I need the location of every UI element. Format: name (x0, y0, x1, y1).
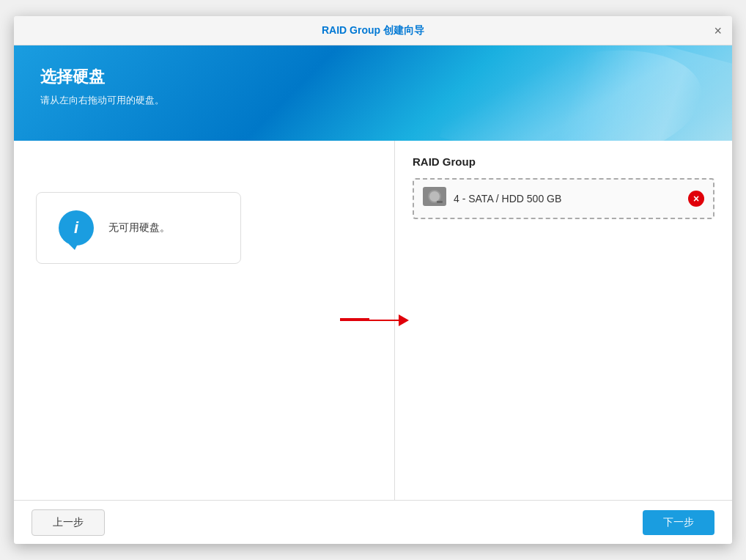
disk-drive-icon (423, 187, 446, 210)
next-button[interactable]: 下一步 (643, 510, 714, 535)
main-content: 无可用硬盘。 RAID Group 4 - SATA / HDD 500 GB … (14, 141, 732, 500)
dialog: RAID Group 创建向导 × 选择硬盘 请从左向右拖动可用的硬盘。 无可用… (14, 16, 732, 544)
arrow-line (340, 320, 399, 321)
footer: 上一步 下一步 (14, 500, 732, 544)
header-subtitle: 请从左向右拖动可用的硬盘。 (40, 94, 164, 107)
disk-remove-button[interactable]: × (688, 191, 704, 207)
drag-arrow (340, 314, 409, 326)
header-banner: 选择硬盘 请从左向右拖动可用的硬盘。 (14, 45, 732, 141)
title-bar: RAID Group 创建向导 × (14, 16, 732, 45)
raid-group-title: RAID Group (413, 155, 714, 168)
arrow-head (399, 314, 409, 326)
right-panel: RAID Group 4 - SATA / HDD 500 GB × (395, 141, 732, 500)
left-panel: 无可用硬盘。 (14, 141, 395, 500)
close-button[interactable]: × (714, 24, 722, 37)
disk-item: 4 - SATA / HDD 500 GB × (413, 178, 714, 219)
no-disk-info-box: 无可用硬盘。 (36, 192, 241, 264)
header-title: 选择硬盘 (40, 66, 164, 88)
info-icon (59, 210, 94, 246)
disk-label: 4 - SATA / HDD 500 GB (454, 193, 681, 205)
header-text-container: 选择硬盘 请从左向右拖动可用的硬盘。 (40, 66, 164, 107)
hdd-icon (423, 187, 446, 206)
no-disk-message: 无可用硬盘。 (108, 221, 170, 235)
dialog-title: RAID Group 创建向导 (322, 24, 424, 37)
info-icon-wrap (59, 210, 94, 246)
back-button[interactable]: 上一步 (32, 509, 105, 536)
